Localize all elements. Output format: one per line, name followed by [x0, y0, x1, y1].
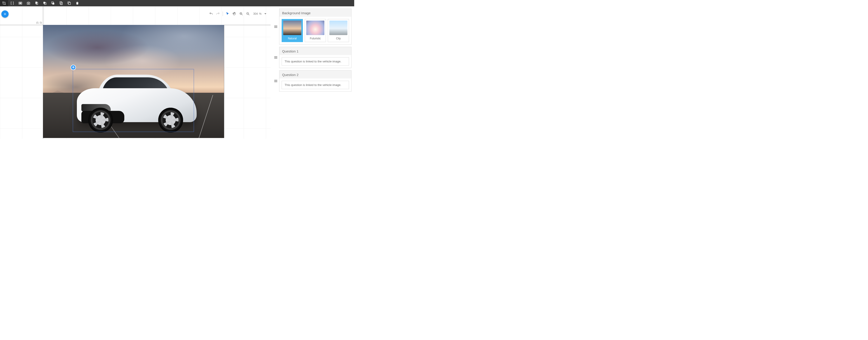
view-toolbar: 304 %: [208, 11, 268, 17]
crop-tool-button[interactable]: [0, 0, 8, 6]
svg-rect-1: [20, 3, 21, 4]
panel-question-2: Question 2This question is linked to the…: [272, 70, 351, 92]
canvas-area[interactable]: (0, 0) ✥: [0, 6, 271, 139]
delete-button[interactable]: [73, 0, 81, 6]
properties-panel: Background Image NaturalFuturisticCity Q…: [271, 6, 354, 139]
background-option-natural[interactable]: Natural: [282, 19, 303, 42]
vehicle-image[interactable]: [77, 73, 197, 131]
copy-button[interactable]: [65, 0, 73, 6]
zoom-dropdown-button[interactable]: [262, 11, 268, 17]
send-to-back-button[interactable]: [49, 0, 57, 6]
fit-screen-button[interactable]: [16, 0, 24, 6]
drag-handle[interactable]: [272, 70, 279, 92]
zoom-in-button[interactable]: [238, 11, 244, 17]
thumbnail-label: Futuristic: [305, 37, 326, 40]
zoom-unit: %: [259, 12, 261, 16]
snapshot-button[interactable]: [24, 0, 33, 6]
redo-button[interactable]: [215, 11, 221, 17]
duplicate-button[interactable]: [57, 0, 65, 6]
move-handle[interactable]: ✥: [71, 65, 75, 70]
panel-title: Background Image: [279, 9, 351, 17]
thumbnail-image: [306, 21, 324, 35]
svg-rect-11: [68, 2, 70, 4]
pan-tool-button[interactable]: [231, 11, 237, 17]
question-link-note: This question is linked to the vehicle i…: [282, 57, 349, 65]
panel-question-1: Question 1This question is linked to the…: [272, 47, 351, 68]
panel-title: Question 1: [279, 47, 351, 55]
drag-handle[interactable]: [272, 8, 279, 45]
panel-background-image: Background Image NaturalFuturisticCity: [272, 8, 351, 45]
stage-image[interactable]: [43, 25, 224, 138]
brackets-tool-button[interactable]: [8, 0, 16, 6]
top-toolbar: [0, 0, 354, 6]
background-option-city[interactable]: City: [328, 19, 349, 42]
svg-rect-9: [60, 2, 62, 4]
question-link-note: This question is linked to the vehicle i…: [282, 81, 349, 89]
thumbnail-label: City: [328, 37, 349, 40]
thumbnail-image: [283, 21, 301, 35]
copy-pages-button[interactable]: [33, 0, 41, 6]
svg-rect-10: [61, 2, 62, 5]
background-option-futuristic[interactable]: Futuristic: [305, 19, 326, 42]
svg-point-2: [28, 3, 29, 4]
bring-to-front-button[interactable]: [41, 0, 49, 6]
undo-button[interactable]: [208, 11, 214, 17]
pointer-tool-button[interactable]: [225, 11, 230, 17]
drag-handle[interactable]: [272, 47, 279, 68]
zoom-out-button[interactable]: [245, 11, 251, 17]
thumbnail-label: Natural: [282, 37, 303, 40]
zoom-value: 304: [253, 12, 258, 16]
panel-title: Question 2: [279, 70, 351, 79]
add-element-button[interactable]: [1, 10, 8, 18]
thumbnail-image: [329, 21, 347, 35]
origin-label: (0, 0): [36, 21, 42, 24]
